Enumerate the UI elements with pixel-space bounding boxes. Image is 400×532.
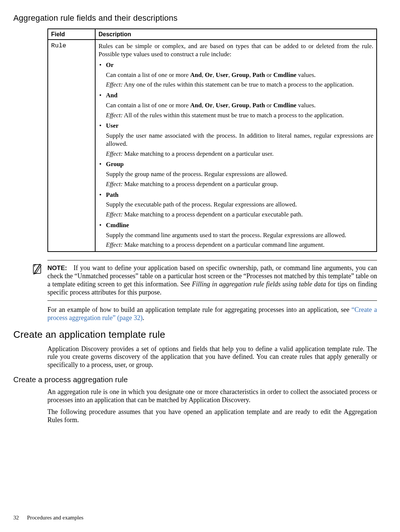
term: Group bbox=[231, 71, 249, 78]
term: Path bbox=[252, 102, 265, 109]
effect-label: Effect: bbox=[106, 112, 123, 119]
cell-description: Rules can be simple or complex, and are … bbox=[95, 40, 377, 252]
rule-type-body: Can contain a list of one or more And, O… bbox=[106, 71, 373, 79]
table-header-row: Field Description bbox=[48, 29, 377, 40]
rule-type-effect: Effect: Make matching to a process depen… bbox=[106, 211, 373, 219]
effect-text: Make matching to a process dependent on … bbox=[123, 181, 278, 188]
th-field: Field bbox=[48, 29, 95, 40]
note-label: NOTE: bbox=[47, 265, 67, 272]
rule-type-effect: Effect: Any one of the rules within this… bbox=[106, 81, 373, 89]
body-post: values. bbox=[296, 102, 316, 109]
effect-label: Effect: bbox=[106, 181, 123, 188]
effect-text: Any one of the rules within this stateme… bbox=[123, 81, 354, 88]
body-post: values. bbox=[296, 71, 316, 78]
footer-section: Procedures and examples bbox=[27, 515, 83, 521]
note-rule-top bbox=[47, 260, 377, 260]
term: Group bbox=[231, 102, 249, 109]
rule-type-body: Supply the user name associated with the… bbox=[106, 132, 373, 148]
effect-text: Make matching to a process dependent on … bbox=[123, 241, 324, 248]
rule-type-name: Cmdline bbox=[106, 222, 129, 229]
term: User bbox=[216, 71, 229, 78]
page-footer: 32Procedures and examples bbox=[13, 514, 83, 521]
rule-type-body: Supply the group name of the process. Re… bbox=[106, 170, 373, 178]
term: Or bbox=[205, 71, 213, 78]
rule-fields-table: Field Description Rule Rules can be simp… bbox=[47, 28, 377, 252]
rule-type-body: Supply the executable path of the proces… bbox=[106, 201, 373, 209]
para-example: For an example of how to build an applic… bbox=[47, 306, 377, 322]
term: And bbox=[190, 71, 202, 78]
rule-type-name: User bbox=[106, 122, 119, 129]
body-pre: Can contain a list of one or more bbox=[106, 71, 190, 78]
page-number: 32 bbox=[13, 515, 19, 521]
rule-type-or: Or Can contain a list of one or more And… bbox=[99, 61, 373, 89]
rule-type-body: Supply the command line arguments used t… bbox=[106, 231, 373, 239]
rule-type-effect: Effect: Make matching to a process depen… bbox=[106, 241, 373, 249]
note-text: NOTE: If you want to define your applica… bbox=[47, 264, 377, 297]
rule-type-name: And bbox=[106, 92, 117, 99]
rule-type-and: And Can contain a list of one or more An… bbox=[99, 91, 373, 119]
body-pre: Can contain a list of one or more bbox=[106, 102, 190, 109]
para-app-discovery: Application Discovery provides a set of … bbox=[47, 345, 377, 370]
note-rule-bottom bbox=[47, 300, 377, 301]
rule-type-list: Or Can contain a list of one or more And… bbox=[99, 61, 373, 249]
para-aggregation-rule-2: The following procedure assumes that you… bbox=[47, 408, 377, 424]
rule-type-effect: Effect: All of the rules within this sta… bbox=[106, 111, 373, 119]
effect-label: Effect: bbox=[106, 81, 123, 88]
section-heading-process-rule: Create a process aggregation rule bbox=[13, 375, 377, 384]
effect-label: Effect: bbox=[106, 211, 123, 218]
effect-label: Effect: bbox=[106, 241, 123, 248]
section-heading-create-rule: Create an application template rule bbox=[13, 329, 377, 341]
rule-type-name: Group bbox=[106, 161, 124, 168]
cell-field: Rule bbox=[48, 40, 95, 252]
term: Path bbox=[252, 71, 265, 78]
rule-type-effect: Effect: Make matching to a process depen… bbox=[106, 150, 373, 158]
rule-type-name: Or bbox=[106, 61, 114, 68]
term: Or bbox=[205, 102, 213, 109]
rule-type-name: Path bbox=[106, 191, 119, 198]
note-block: NOTE: If you want to define your applica… bbox=[47, 260, 377, 301]
rule-type-body: Can contain a list of one or more And, O… bbox=[106, 101, 373, 110]
rule-type-path: Path Supply the executable path of the p… bbox=[99, 191, 373, 219]
section-heading-fields: Aggregation rule fields and their descri… bbox=[13, 13, 377, 23]
note-ital: Filling in aggregation rule fields using… bbox=[192, 280, 326, 288]
rule-type-cmdline: Cmdline Supply the command line argument… bbox=[99, 221, 373, 249]
term: User bbox=[216, 102, 229, 109]
term: Cmdline bbox=[273, 71, 296, 78]
para-example-pre: For an example of how to build an applic… bbox=[47, 306, 351, 313]
th-description: Description bbox=[95, 29, 377, 40]
effect-text: Make matching to a process dependent on … bbox=[123, 150, 273, 157]
para-aggregation-rule: An aggregation rule is one in which you … bbox=[47, 388, 377, 404]
para-example-post: . bbox=[143, 314, 144, 321]
rule-type-user: User Supply the user name associated wit… bbox=[99, 122, 373, 158]
rule-type-group: Group Supply the group name of the proce… bbox=[99, 160, 373, 188]
term: And bbox=[190, 102, 202, 109]
effect-text: All of the rules within this statement m… bbox=[123, 112, 344, 119]
term: Cmdline bbox=[273, 102, 296, 109]
table-row: Rule Rules can be simple or complex, and… bbox=[48, 40, 377, 252]
note-icon bbox=[32, 263, 43, 277]
effect-text: Make matching to a process dependent on … bbox=[123, 211, 303, 218]
rule-lead: Rules can be simple or complex, and are … bbox=[99, 42, 373, 58]
rule-type-effect: Effect: Make matching to a process depen… bbox=[106, 180, 373, 188]
effect-label: Effect: bbox=[106, 150, 123, 157]
